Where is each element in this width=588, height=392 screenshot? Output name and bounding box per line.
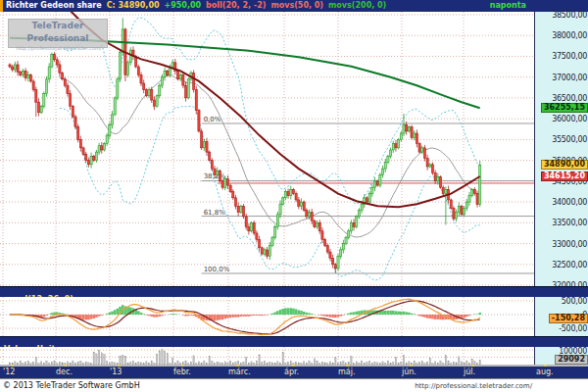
date-tick-label: febr. (173, 367, 191, 378)
movs200-value-tag: 36255,15 (541, 103, 588, 113)
last-price-tag: 34890,00 (541, 160, 588, 170)
macd-value-tag: -150,28 (549, 314, 588, 323)
macd-axis-label: -500,00 (559, 324, 587, 333)
date-tick-label: júl. (464, 367, 475, 378)
price-axis-label: 37500,00 (552, 52, 587, 61)
instrument-name: Richter Gedeon share (6, 0, 102, 12)
watermark-url: http://professional.teletrader.com/ (17, 45, 100, 50)
date-tick-label: máj. (338, 367, 355, 378)
price-axis-label: 32500,00 (552, 261, 587, 270)
fib-level-label: 0,0% (204, 116, 221, 123)
date-axis[interactable]: '12dec.'13febr.márc.ápr.máj.jún.júl.aug. (0, 367, 588, 378)
movs50-line (71, 12, 480, 207)
status-bar: © 2013 TeleTrader Software GmbH http://p… (0, 378, 588, 392)
main-plot-svg: 0,0%38,2%61,8%100,0% (0, 12, 534, 286)
price-axis-label: 38000,00 (552, 31, 587, 40)
volume-chart-canvas[interactable] (0, 347, 534, 365)
macd-histogram (11, 305, 481, 320)
fib-level-label: 100,0% (204, 266, 230, 273)
copyright-text: © 2013 TeleTrader Software GmbH (3, 381, 140, 390)
period-label: naponta (490, 0, 526, 12)
macd-plot-svg (0, 297, 534, 336)
titlebar-accent (0, 0, 3, 12)
volume-plot-svg (0, 347, 534, 365)
macd-axis-label: 500,00 (562, 297, 587, 306)
date-tick-label: '13 (110, 367, 122, 378)
bollinger-mid-line (60, 75, 480, 237)
date-tick-label: aug. (536, 367, 554, 378)
volume-axis[interactable]: 1000005000029092 (534, 347, 588, 365)
date-tick-label: jún. (402, 367, 416, 378)
price-axis-label: 35500,00 (552, 135, 587, 144)
movs200-label: movs(200, 0) (328, 0, 386, 12)
movs50-value-tag: 34615,20 (541, 172, 588, 181)
status-url: http://professional.teletrader.com/ (415, 382, 532, 390)
watermark-title: TeleTrader Professional (9, 20, 107, 45)
teletrader-chart-window: Richter Gedeon share C: 34890,00 +950,00… (0, 0, 588, 392)
price-axis-label: 34000,00 (552, 198, 587, 207)
price-axis[interactable]: 38500,0038000,0037500,0037000,0036500,00… (534, 12, 588, 286)
watermark: TeleTrader Professional http://professio… (8, 19, 108, 48)
date-tick-label: ápr. (284, 367, 299, 378)
date-tick-label: '12 (3, 367, 15, 378)
bollinger-label: boll(20, 2, -2) (206, 0, 266, 12)
price-axis-label: 33000,00 (552, 240, 587, 249)
price-axis-label: 33500,00 (552, 219, 587, 227)
price-axis-label: 37000,00 (552, 74, 587, 82)
price-axis-label: 36500,00 (552, 94, 587, 103)
movs50-label: movs(50, 0) (270, 0, 323, 12)
macd-axis[interactable]: 500,000-500,00-150,28 (534, 297, 588, 336)
chart-title-bar[interactable]: Richter Gedeon share C: 34890,00 +950,00… (0, 0, 588, 12)
date-tick-label: dec. (56, 367, 73, 378)
change-label: +950,00 (165, 0, 202, 12)
main-chart-canvas[interactable]: 0,0%38,2%61,8%100,0% (0, 12, 534, 286)
price-axis-label: 38500,00 (552, 11, 587, 20)
date-tick-label: márc. (228, 367, 251, 378)
fib-level-label: 61,8% (204, 209, 226, 217)
last-close-label: C: 34890,00 (107, 0, 160, 12)
price-axis-label: 36000,00 (552, 115, 587, 123)
volume-value-tag: 29092 (555, 355, 588, 365)
macd-chart-canvas[interactable] (0, 297, 534, 336)
